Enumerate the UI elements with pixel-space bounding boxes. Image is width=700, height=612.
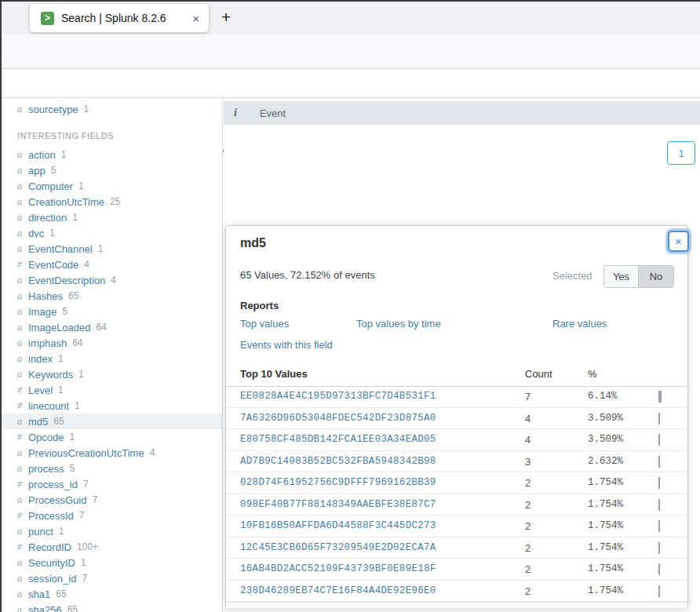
- field-name[interactable]: process: [28, 463, 64, 475]
- browser-tab[interactable]: > Search | Splunk 8.2.6 ×: [30, 4, 209, 32]
- field-row[interactable]: a sha1 65: [0, 586, 222, 602]
- field-name[interactable]: app: [28, 165, 46, 177]
- field-row[interactable]: a Image 5: [0, 304, 222, 319]
- top-values-by-time-link[interactable]: Top values by time: [356, 318, 441, 330]
- md5-value-link[interactable]: 7A6326D96D53048FDEC542DF23D875A0: [240, 413, 436, 424]
- field-type-icon: a: [17, 180, 27, 192]
- md5-value-link[interactable]: 028D74F61952756C9DFFF7969162BB39: [240, 477, 436, 488]
- field-row[interactable]: a imphash 64: [0, 335, 222, 351]
- field-name[interactable]: sourcetype: [28, 104, 78, 115]
- field-count: 1: [49, 228, 55, 239]
- field-name[interactable]: SecurityID: [28, 557, 75, 569]
- field-name[interactable]: EventCode: [28, 259, 78, 271]
- md5-value-link[interactable]: EE0828A4E4C195D97313BFC7D4B531F1: [240, 391, 436, 402]
- field-name[interactable]: md5: [28, 416, 48, 428]
- md5-value-link[interactable]: 10FB16B50AFFDA6D44588F3C445DC273: [240, 520, 436, 531]
- percent-column-header: %: [588, 368, 597, 380]
- field-name[interactable]: PreviousCreationUtcTime: [28, 447, 144, 459]
- field-count: 1: [78, 369, 84, 380]
- field-name[interactable]: direction: [28, 212, 67, 224]
- field-name[interactable]: linecount: [28, 400, 69, 412]
- field-row[interactable]: a direction 1: [0, 209, 222, 225]
- selected-yes-button[interactable]: Yes: [604, 266, 639, 287]
- event-text-line: [235, 161, 700, 178]
- field-name[interactable]: Image: [28, 306, 57, 318]
- field-name[interactable]: RecordID: [28, 541, 71, 553]
- field-row[interactable]: a ProcessGuid 7: [0, 492, 222, 508]
- rare-values-link[interactable]: Rare values: [552, 318, 607, 330]
- field-row[interactable]: a punct 1: [0, 523, 222, 539]
- field-count: 64: [72, 337, 82, 348]
- field-name[interactable]: sha256: [28, 604, 62, 612]
- field-row[interactable]: a process 5: [0, 461, 222, 476]
- field-name[interactable]: Keywords: [28, 369, 73, 381]
- field-name[interactable]: EventChannel: [28, 243, 93, 255]
- field-type-icon: a: [17, 557, 27, 569]
- field-row[interactable]: # Opcode 1: [0, 429, 222, 445]
- field-row[interactable]: a ImageLoaded 64: [0, 319, 222, 335]
- field-name[interactable]: Opcode: [28, 432, 64, 443]
- field-row[interactable]: a sha256 65: [0, 602, 222, 612]
- field-row[interactable]: a dvc 1: [0, 225, 222, 241]
- field-row[interactable]: # process_id 7: [0, 476, 222, 492]
- md5-value-link[interactable]: 12C45E3CB6D65F73209549E2D02ECA7A: [240, 542, 436, 553]
- field-name[interactable]: Level: [28, 384, 53, 396]
- field-row[interactable]: # EventCode 4: [0, 257, 222, 272]
- field-name[interactable]: Computer: [28, 180, 73, 192]
- field-name[interactable]: EventDescription: [28, 275, 105, 286]
- field-row[interactable]: a PreviousCreationUtcTime 4: [0, 445, 222, 461]
- value-percent: 3.509%: [588, 434, 623, 445]
- tab-close-icon[interactable]: ×: [189, 10, 202, 27]
- field-row[interactable]: a SecurityID 1: [0, 555, 222, 570]
- field-row[interactable]: a action 1: [0, 147, 222, 162]
- events-with-field-link[interactable]: Events with this field: [240, 339, 333, 351]
- field-row[interactable]: a EventChannel 1: [0, 241, 222, 257]
- field-name[interactable]: process_id: [28, 479, 78, 490]
- field-name[interactable]: CreationUtcTime: [28, 196, 104, 208]
- field-row[interactable]: # linecount 1: [0, 398, 222, 413]
- field-name[interactable]: ProcessGuid: [28, 494, 86, 506]
- field-row[interactable]: a EventDescription 4: [0, 272, 222, 288]
- field-row[interactable]: a index 1: [0, 351, 222, 366]
- md5-value-link[interactable]: AD7B9C14083B52BC532FBA5948342B98: [240, 456, 436, 467]
- field-type-icon: a: [17, 573, 27, 585]
- value-percent: 1.754%: [588, 520, 623, 531]
- field-row[interactable]: a Keywords 1: [0, 366, 222, 382]
- field-name[interactable]: action: [28, 149, 56, 161]
- field-name[interactable]: imphash: [28, 337, 67, 349]
- md5-value-link[interactable]: 16AB4BD2ACC52109F43739BF0E89E18F: [240, 563, 436, 574]
- field-count: 100+: [77, 541, 98, 552]
- field-row[interactable]: a app 5: [0, 162, 222, 178]
- field-row[interactable]: a sourcetype 1: [0, 101, 222, 117]
- field-type-icon: a: [17, 322, 27, 333]
- field-row[interactable]: a CreationUtcTime 25: [0, 194, 222, 209]
- field-name[interactable]: index: [28, 353, 53, 365]
- field-name[interactable]: ImageLoaded: [28, 322, 91, 333]
- md5-value-link[interactable]: E80758CF485DB142FCA1EE03A34EAD05: [240, 434, 436, 445]
- value-percent: 1.754%: [588, 563, 623, 574]
- field-row[interactable]: # ProcessId 7: [0, 508, 222, 523]
- window-edge: [0, 0, 2, 612]
- field-row[interactable]: a md5 65: [0, 413, 222, 429]
- field-row[interactable]: a session_id 7: [0, 570, 222, 586]
- field-name[interactable]: Hashes: [28, 290, 63, 302]
- field-row[interactable]: # RecordID 100+: [0, 539, 222, 555]
- field-name[interactable]: dvc: [28, 228, 44, 239]
- field-row[interactable]: # Level 1: [0, 382, 222, 398]
- field-name[interactable]: punct: [28, 526, 53, 537]
- top-values-link[interactable]: Top values: [240, 318, 289, 330]
- field-name[interactable]: session_id: [28, 573, 76, 585]
- field-row[interactable]: a Computer 1: [0, 178, 222, 194]
- page-1-button[interactable]: 1: [667, 141, 695, 165]
- new-tab-button[interactable]: +: [217, 8, 235, 27]
- selected-no-button[interactable]: No: [639, 266, 673, 287]
- field-name[interactable]: sha1: [28, 588, 50, 600]
- field-type-icon: a: [17, 275, 27, 286]
- close-icon[interactable]: ×: [668, 231, 689, 252]
- field-name[interactable]: ProcessId: [28, 510, 74, 522]
- field-type-icon: a: [17, 369, 27, 381]
- field-row[interactable]: a Hashes 65: [0, 288, 222, 304]
- md5-value-link[interactable]: 238D46289EB74C7E16F84A4DE92E96E0: [240, 585, 436, 596]
- md5-value-link[interactable]: 098EF40B77F88148349AAEBFE38E87C7: [240, 499, 436, 510]
- field-count: 65: [56, 588, 66, 599]
